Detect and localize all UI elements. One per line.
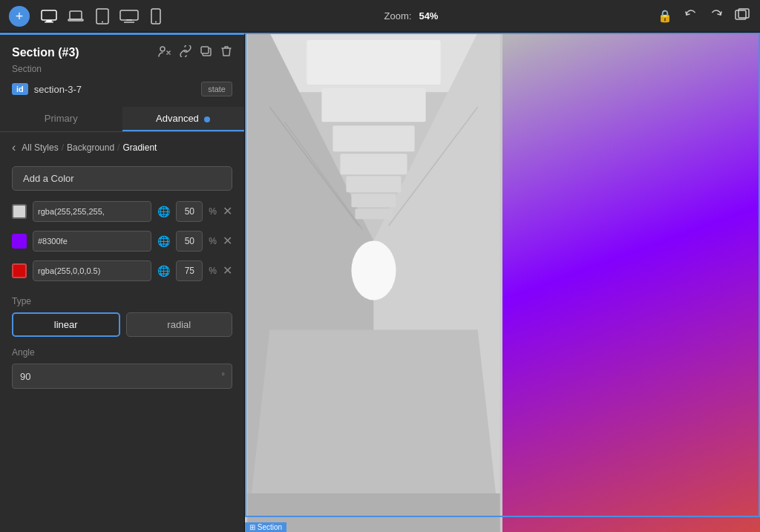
canvas-inner: ⊞ Section — [245, 33, 760, 532]
zoom-value: 54% — [419, 10, 438, 22]
section-header: Section (#3) — [0, 35, 244, 64]
svg-rect-27 — [351, 194, 396, 207]
gradient-overlay — [502, 33, 760, 532]
percent-input-1[interactable] — [176, 201, 203, 222]
id-row: id section-3-7 state — [0, 82, 244, 107]
color-swatch-3[interactable] — [12, 263, 27, 278]
device-desktop-icon[interactable] — [39, 6, 59, 27]
section-subtitle: Section — [0, 64, 244, 82]
angle-label: Angle — [12, 347, 232, 358]
breadcrumb-sep-1: / — [62, 142, 64, 153]
corridor-photo — [245, 33, 502, 532]
pages-button[interactable] — [733, 7, 751, 26]
svg-rect-22 — [307, 40, 440, 85]
svg-rect-23 — [321, 88, 425, 122]
main: Section (#3) Section — [0, 33, 760, 532]
add-button[interactable]: + — [9, 6, 30, 27]
svg-rect-1 — [46, 20, 52, 22]
redo-button[interactable] — [708, 7, 724, 26]
percent-input-3[interactable] — [176, 260, 203, 281]
svg-rect-16 — [201, 47, 209, 53]
percent-sign-3: % — [209, 266, 217, 276]
remove-color-2-button[interactable]: ✕ — [223, 235, 232, 247]
delete-button[interactable] — [220, 45, 232, 59]
type-linear-button[interactable]: linear — [12, 312, 120, 337]
tabs: Primary Advanced — [0, 107, 244, 132]
topbar-center: Zoom: 54% — [384, 10, 439, 22]
tab-advanced-badge — [204, 116, 210, 122]
section-title: Section (#3) — [12, 46, 79, 59]
color-value-input-1[interactable] — [33, 201, 151, 222]
color-value-input-3[interactable] — [33, 260, 151, 281]
breadcrumb: ‹ All Styles / Background / Gradient — [0, 132, 244, 160]
topbar: + Zoom: 54% 🔒 — [0, 0, 760, 33]
breadcrumb-all-styles[interactable]: All Styles — [22, 142, 58, 153]
device-tablet-icon[interactable] — [92, 6, 113, 27]
tab-primary[interactable]: Primary — [0, 107, 122, 131]
svg-rect-28 — [355, 208, 392, 219]
section-action-icons — [158, 45, 232, 59]
angle-input-row: ° — [12, 364, 232, 389]
svg-point-11 — [155, 21, 157, 22]
color-row-3: 🌐 % ✕ — [0, 256, 244, 286]
tab-advanced[interactable]: Advanced — [122, 107, 245, 131]
type-radial-button[interactable]: radial — [126, 312, 233, 337]
percent-sign-2: % — [209, 236, 217, 246]
device-laptop-icon[interactable] — [65, 6, 86, 27]
breadcrumb-background[interactable]: Background — [67, 142, 114, 153]
svg-rect-4 — [68, 19, 83, 21]
globe-icon-1[interactable]: 🌐 — [157, 206, 170, 217]
svg-rect-26 — [346, 176, 401, 192]
breadcrumb-gradient: Gradient — [122, 142, 157, 153]
breadcrumb-sep-2: / — [117, 142, 119, 153]
hyperlink-button[interactable] — [179, 45, 192, 59]
left-panel: Section (#3) Section — [0, 33, 245, 532]
remove-color-3-button[interactable]: ✕ — [223, 265, 232, 277]
svg-point-6 — [102, 21, 103, 22]
type-label: Type — [12, 296, 232, 306]
color-swatch-1[interactable] — [12, 204, 27, 219]
percent-input-2[interactable] — [176, 231, 203, 252]
globe-icon-3[interactable]: 🌐 — [157, 265, 170, 277]
device-monitor-icon[interactable] — [119, 6, 140, 27]
topbar-left: + — [9, 6, 166, 27]
color-value-input-2[interactable] — [33, 231, 151, 252]
link-person-button[interactable] — [158, 45, 171, 59]
svg-point-14 — [160, 47, 165, 51]
svg-rect-7 — [120, 10, 138, 20]
globe-icon-2[interactable]: 🌐 — [157, 235, 170, 247]
breadcrumb-back-button[interactable]: ‹ — [12, 141, 16, 154]
angle-degree-symbol: ° — [221, 371, 225, 381]
corridor-svg — [245, 33, 502, 532]
remove-color-1-button[interactable]: ✕ — [223, 206, 232, 217]
angle-section: Angle ° — [0, 337, 244, 396]
topbar-right: 🔒 — [656, 7, 751, 26]
color-swatch-2[interactable] — [12, 234, 27, 249]
svg-rect-0 — [42, 10, 56, 20]
id-value: section-3-7 — [34, 84, 195, 95]
type-section: Type linear radial — [0, 286, 244, 337]
percent-sign-1: % — [209, 206, 217, 217]
svg-point-29 — [351, 240, 396, 300]
id-badge: id — [12, 83, 28, 95]
svg-rect-25 — [340, 154, 407, 174]
duplicate-button[interactable] — [200, 45, 213, 59]
state-badge[interactable]: state — [201, 82, 232, 96]
svg-rect-24 — [332, 125, 414, 151]
color-row-1: 🌐 % ✕ — [0, 197, 244, 226]
canvas-area[interactable]: ⊞ Section — [245, 33, 760, 532]
color-row-2: 🌐 % ✕ — [0, 226, 244, 256]
svg-rect-2 — [45, 22, 53, 23]
zoom-label: Zoom: — [384, 10, 412, 22]
angle-input[interactable] — [12, 364, 232, 389]
canvas-section-label: ⊞ Section — [245, 522, 286, 532]
device-mobile-icon[interactable] — [145, 6, 166, 27]
add-color-button[interactable]: Add a Color — [12, 166, 232, 191]
lock-button[interactable]: 🔒 — [656, 7, 674, 24]
svg-rect-3 — [70, 11, 82, 19]
device-icons — [39, 6, 166, 27]
undo-button[interactable] — [683, 7, 699, 26]
type-buttons: linear radial — [12, 312, 232, 337]
